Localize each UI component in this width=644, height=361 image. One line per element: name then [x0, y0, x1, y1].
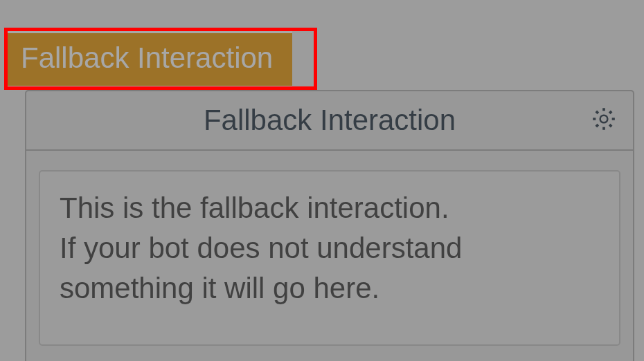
- panel-title: Fallback Interaction: [204, 104, 456, 137]
- tab-label: Fallback Interaction: [21, 41, 273, 74]
- panel-body: This is the fallback interaction. If you…: [26, 151, 633, 361]
- gear-icon: [590, 105, 618, 136]
- fallback-interaction-panel: Fallback Interaction This is the fallbac…: [25, 90, 634, 361]
- panel-header: Fallback Interaction: [26, 91, 633, 151]
- svg-point-0: [600, 115, 608, 123]
- description-text: This is the fallback interaction. If you…: [60, 188, 600, 308]
- settings-button[interactable]: [589, 105, 619, 136]
- fallback-interaction-tab[interactable]: Fallback Interaction: [7, 30, 292, 88]
- description-box: This is the fallback interaction. If you…: [39, 170, 620, 346]
